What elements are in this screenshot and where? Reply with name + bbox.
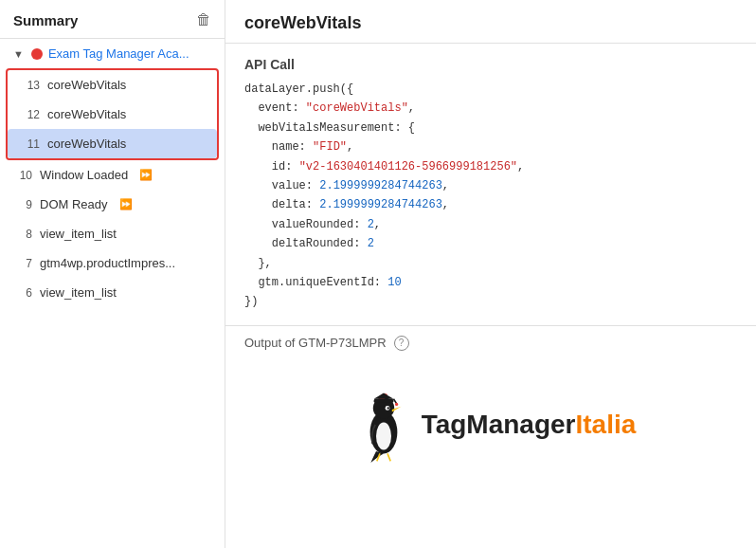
sidebar-item-12[interactable]: 12 coreWebVitals: [8, 100, 217, 129]
sidebar: Summary 🗑 ▼ Exam Tag Manager Aca... 13 c…: [0, 0, 225, 548]
forward-icon: ⏩: [119, 198, 133, 210]
item-label: view_item_list: [40, 285, 117, 300]
sidebar-title: Summary: [13, 12, 78, 28]
code-line-2: event: "coreWebVitals",: [244, 99, 737, 118]
red-dot-icon: [31, 48, 43, 60]
logo-text: TagManagerItalia: [422, 410, 637, 440]
item-number: 13: [25, 79, 40, 92]
api-call-section-title: API Call: [225, 44, 756, 80]
sidebar-items-list: 13 coreWebVitals 12 coreWebVitals 11 cor…: [0, 68, 225, 548]
item-number: 6: [17, 286, 32, 300]
sidebar-item-8[interactable]: 8 view_item_list: [0, 219, 225, 248]
sidebar-exam-tag-row[interactable]: ▼ Exam Tag Manager Aca...: [0, 39, 225, 68]
item-label: Window Loaded: [40, 168, 128, 182]
logo-area: TagManagerItalia: [225, 358, 756, 482]
item-number: 11: [25, 137, 40, 151]
help-icon[interactable]: ?: [394, 336, 409, 351]
main-content: coreWebVitals API Call dataLayer.push({ …: [225, 0, 756, 548]
sidebar-item-7[interactable]: 7 gtm4wp.productImpres...: [0, 248, 225, 278]
sidebar-item-11[interactable]: 11 coreWebVitals: [8, 129, 217, 158]
svg-rect-5: [373, 398, 393, 402]
svg-point-4: [387, 407, 388, 409]
svg-marker-6: [373, 393, 393, 398]
sidebar-item-6[interactable]: 6 view_item_list: [0, 278, 225, 307]
logo-text-black: TagManager: [422, 410, 576, 439]
code-line-4: name: "FID",: [244, 137, 737, 156]
item-number: 8: [17, 228, 32, 241]
sidebar-header: Summary 🗑: [0, 0, 225, 39]
item-label: coreWebVitals: [47, 78, 126, 92]
code-line-9: deltaRounded: 2: [244, 234, 737, 253]
expand-arrow-icon: ▼: [13, 48, 24, 60]
item-label: view_item_list: [40, 227, 117, 241]
code-line-11: gtm.uniqueEventId: 10: [244, 273, 737, 292]
item-number: 12: [25, 108, 40, 121]
main-title: coreWebVitals: [225, 0, 756, 44]
code-line-6: value: 2.1999999284744263,: [244, 176, 737, 195]
sidebar-item-10[interactable]: 10 Window Loaded ⏩: [0, 160, 225, 190]
item-number: 7: [17, 257, 32, 270]
output-section: Output of GTM-P73LMPR ?: [225, 325, 756, 358]
item-label: coreWebVitals: [47, 107, 126, 121]
sidebar-item-9[interactable]: 9 DOM Ready ⏩: [0, 190, 225, 219]
item-number: 9: [17, 198, 32, 211]
sidebar-item-13[interactable]: 13 coreWebVitals: [8, 70, 217, 100]
output-label: Output of GTM-P73LMPR: [244, 336, 387, 350]
trash-icon[interactable]: 🗑: [196, 11, 211, 28]
svg-point-8: [395, 402, 398, 405]
woodpecker-logo-icon: [346, 387, 422, 463]
item-label: gtm4wp.productImpres...: [40, 256, 175, 270]
logo-text-orange: Italia: [576, 410, 637, 439]
svg-line-10: [387, 453, 390, 461]
code-line-12: }): [244, 292, 737, 311]
highlighted-items-group: 13 coreWebVitals 12 coreWebVitals 11 cor…: [6, 68, 219, 160]
code-block: dataLayer.push({ event: "coreWebVitals",…: [244, 80, 737, 312]
item-label: DOM Ready: [40, 197, 108, 211]
code-line-8: valueRounded: 2,: [244, 215, 737, 234]
code-line-3: webVitalsMeasurement: {: [244, 119, 737, 137]
item-number: 10: [17, 169, 32, 182]
forward-icon: ⏩: [139, 169, 153, 181]
item-label: coreWebVitals: [47, 137, 126, 151]
exam-tag-label: Exam Tag Manager Aca...: [48, 46, 189, 61]
svg-point-1: [376, 422, 391, 449]
code-line-1: dataLayer.push({: [244, 80, 737, 99]
code-line-10: },: [244, 254, 737, 273]
code-line-7: delta: 2.1999999284744263,: [244, 195, 737, 214]
code-line-5: id: "v2-1630401401126-5966999181256",: [244, 157, 737, 176]
